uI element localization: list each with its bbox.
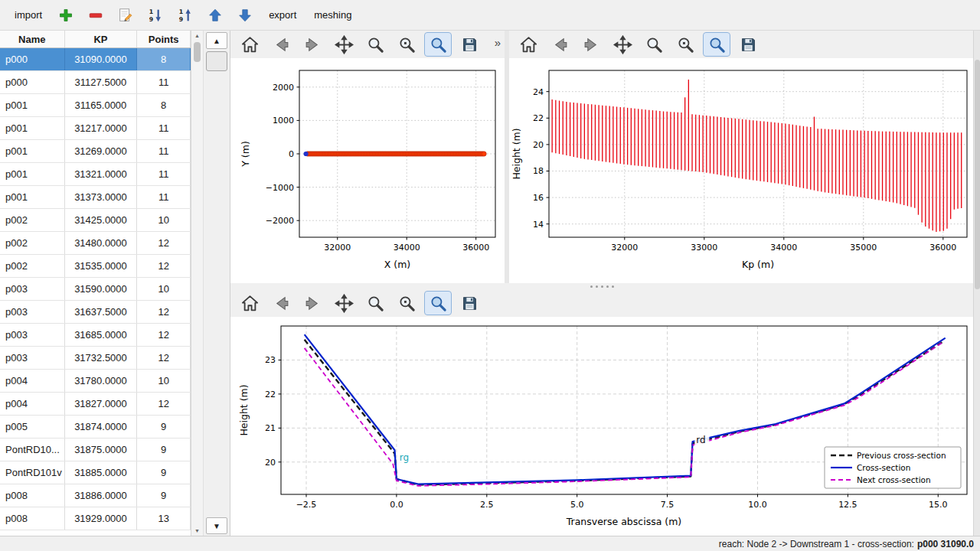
cell-name[interactable]: p003: [0, 324, 65, 346]
plan-view-canvas[interactable]: 320003400036000−2000−1000010002000X (m)Y…: [230, 58, 505, 283]
table-row[interactable]: p00531874.00009: [0, 416, 191, 439]
cell-points[interactable]: 11: [137, 163, 191, 185]
export-button[interactable]: export: [263, 6, 302, 24]
cell-kp[interactable]: 31732.5000: [65, 347, 138, 369]
cell-kp[interactable]: 31269.0000: [65, 140, 138, 162]
table-row[interactable]: p00231480.000012: [0, 232, 191, 255]
long-profile-canvas[interactable]: 3200033000340003500036000141618202224Kp …: [509, 58, 973, 283]
cell-points[interactable]: 9: [137, 461, 191, 484]
cell-points[interactable]: 11: [137, 140, 191, 162]
cell-points[interactable]: 9: [137, 416, 191, 438]
cell-kp[interactable]: 31827.0000: [65, 393, 138, 415]
table-row[interactable]: p00131373.000011: [0, 186, 191, 209]
cell-points[interactable]: 12: [137, 324, 191, 346]
cell-name[interactable]: p004: [0, 370, 65, 392]
cell-points[interactable]: 10: [137, 370, 191, 392]
cell-points[interactable]: 11: [137, 117, 191, 139]
vertical-scrollbar[interactable]: [973, 31, 980, 536]
cell-points[interactable]: 12: [137, 255, 191, 277]
cell-name[interactable]: p000: [0, 71, 65, 93]
cell-kp[interactable]: 31590.0000: [65, 278, 138, 300]
cell-name[interactable]: p000: [0, 48, 65, 70]
table-row[interactable]: PontRD10...31875.00009: [0, 439, 191, 461]
table-row[interactable]: p00831929.000013: [0, 507, 191, 530]
pan-button[interactable]: [331, 292, 357, 315]
home-button[interactable]: [237, 292, 263, 315]
cell-kp[interactable]: 31780.0000: [65, 370, 138, 392]
table-row[interactable]: p00031127.500011: [0, 71, 191, 94]
cell-name[interactable]: p002: [0, 209, 65, 231]
table-scrollbar-track[interactable]: [191, 64, 203, 526]
forward-button[interactable]: [578, 33, 604, 56]
table-row[interactable]: p00131269.000011: [0, 140, 191, 163]
panel-scrollbar-thumb[interactable]: [206, 51, 227, 71]
cell-name[interactable]: p003: [0, 301, 65, 323]
table-row[interactable]: p00331590.000010: [0, 278, 191, 301]
cell-name[interactable]: p005: [0, 416, 65, 438]
forward-button[interactable]: [299, 292, 325, 315]
cell-points[interactable]: 12: [137, 232, 191, 254]
zoom-button[interactable]: [362, 292, 388, 315]
table-row[interactable]: p00431827.000012: [0, 393, 191, 416]
back-button[interactable]: [268, 33, 294, 56]
cell-points[interactable]: 12: [137, 301, 191, 323]
cell-points[interactable]: 9: [137, 439, 191, 461]
cell-kp[interactable]: 31535.0000: [65, 255, 138, 277]
horizontal-splitter[interactable]: [230, 283, 973, 289]
zoom-button[interactable]: [362, 33, 388, 56]
table-row[interactable]: p00131321.000011: [0, 163, 191, 186]
cell-kp[interactable]: 31217.0000: [65, 117, 138, 139]
cross-section-canvas[interactable]: rgrdPrevious cross-sectionCross-sectionN…: [230, 317, 973, 536]
cell-kp[interactable]: 31929.0000: [65, 507, 138, 530]
back-button[interactable]: [268, 292, 294, 315]
table-row[interactable]: p00331685.000012: [0, 324, 191, 347]
table-row[interactable]: p00331732.500012: [0, 347, 191, 370]
back-button[interactable]: [547, 33, 573, 56]
configure-subplots-button[interactable]: [394, 33, 420, 56]
scroll-up-button[interactable]: ▲: [206, 32, 227, 49]
cell-kp[interactable]: 31321.0000: [65, 163, 138, 185]
cell-points[interactable]: 13: [137, 507, 191, 530]
table-row[interactable]: p00031090.00008: [0, 48, 191, 71]
cell-points[interactable]: 8: [137, 94, 191, 116]
cell-kp[interactable]: 31373.0000: [65, 186, 138, 208]
panel-scrollbar-track[interactable]: [206, 71, 227, 517]
cell-kp[interactable]: 31165.0000: [65, 94, 138, 116]
cell-kp[interactable]: 31127.5000: [65, 71, 138, 93]
table-scrollbar[interactable]: ▲ ▼: [191, 31, 204, 536]
cell-name[interactable]: p001: [0, 94, 65, 116]
cell-kp[interactable]: 31425.0000: [65, 209, 138, 231]
cell-kp[interactable]: 31875.0000: [65, 439, 138, 461]
configure-subplots-button[interactable]: [394, 292, 420, 315]
cell-name[interactable]: p008: [0, 507, 65, 530]
table-scrollbar-thumb[interactable]: [194, 42, 201, 62]
scroll-down-arrow-icon[interactable]: ▼: [191, 526, 203, 536]
scroll-up-arrow-icon[interactable]: ▲: [191, 31, 203, 41]
cell-points[interactable]: 11: [137, 71, 191, 93]
cell-name[interactable]: p002: [0, 232, 65, 254]
edit-parameters-button[interactable]: [425, 33, 451, 56]
remove-cross-section-button[interactable]: [84, 4, 107, 27]
cell-points[interactable]: 9: [137, 484, 191, 507]
cell-name[interactable]: p001: [0, 117, 65, 139]
cell-name[interactable]: PontRD101v: [0, 461, 65, 484]
configure-subplots-button[interactable]: [672, 33, 698, 56]
sort-ascending-button[interactable]: 19: [144, 4, 167, 27]
table-row[interactable]: PontRD101v31885.00009: [0, 461, 191, 484]
table-row[interactable]: p00831886.00009: [0, 484, 191, 507]
cell-name[interactable]: p004: [0, 393, 65, 415]
table-row[interactable]: p00131165.00008: [0, 94, 191, 117]
cell-kp[interactable]: 31874.0000: [65, 416, 138, 438]
move-up-button[interactable]: [204, 4, 227, 27]
cell-name[interactable]: PontRD10...: [0, 439, 65, 461]
cell-kp[interactable]: 31885.0000: [65, 461, 138, 484]
scroll-down-button[interactable]: ▼: [206, 517, 227, 534]
move-down-button[interactable]: [234, 4, 256, 27]
cell-name[interactable]: p001: [0, 163, 65, 185]
cell-points[interactable]: 12: [137, 347, 191, 369]
cell-name[interactable]: p001: [0, 140, 65, 162]
save-button[interactable]: [456, 292, 482, 315]
cell-kp[interactable]: 31886.0000: [65, 484, 138, 507]
column-header-name[interactable]: Name: [0, 31, 65, 47]
table-row[interactable]: p00431780.000010: [0, 370, 191, 393]
